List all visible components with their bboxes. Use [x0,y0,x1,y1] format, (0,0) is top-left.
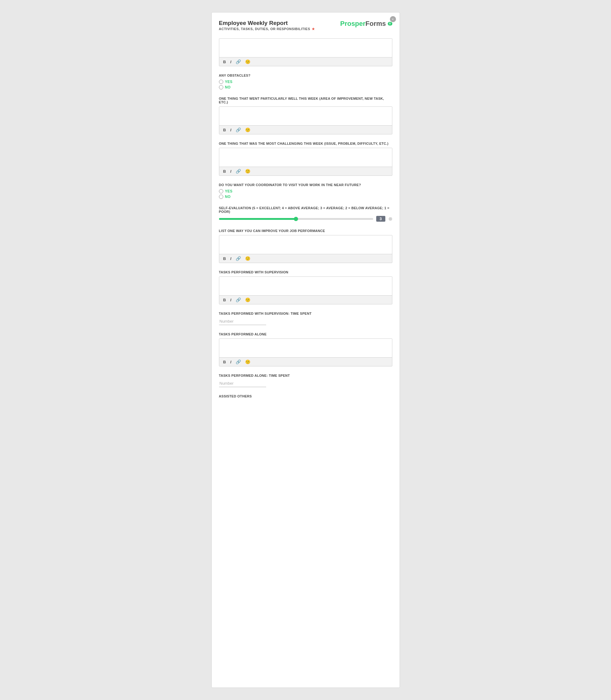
tasks-alone-textarea[interactable] [219,339,392,357]
tasks-supervised-textarea[interactable] [219,277,392,295]
coordinator-no-radio[interactable] [219,195,223,199]
tasks-alone-time-input[interactable] [219,380,266,387]
tasks-alone-time-label: TASKS PERFORMED ALONE: TIME SPENT [219,374,392,377]
tasks-alone-editor: B I 🔗 🙂 [219,339,392,367]
obstacles-radio-group: YES NO [219,80,392,89]
activities-field-group: B I 🔗 🙂 [219,38,392,66]
challenging-field-group: ONE THING THAT WAS THE MOST CHALLENGING … [219,142,392,176]
coordinator-radio-group: YES NO [219,189,392,199]
tasks-supervised-link-button[interactable]: 🔗 [235,297,242,302]
tasks-supervised-editor: B I 🔗 🙂 [219,277,392,304]
activities-textarea[interactable] [219,39,392,57]
assisted-others-field-group: ASSISTED OTHERS [219,394,392,398]
self-eval-field-group: SELF-EVALUATION (5 = EXCELLENT; 4 = ABOV… [219,206,392,222]
improve-emoji-button[interactable]: 🙂 [244,256,251,261]
form-container: × Employee Weekly Report ACTIVITIES, TAS… [211,12,400,688]
tasks-alone-toolbar: B I 🔗 🙂 [219,357,392,366]
tasks-supervised-label: TASKS PERFORMED WITH SUPERVISION [219,270,392,274]
logo-badge: ® [388,22,392,26]
went-well-label: ONE THING THAT WENT PARTICULARLY WELL TH… [219,97,392,104]
activities-editor: B I 🔗 🙂 [219,38,392,66]
obstacles-no-radio[interactable] [219,85,223,89]
subtitle-text: ACTIVITIES, TASKS, DUTIES, OR RESPONSIBI… [219,27,310,31]
challenging-bold-button[interactable]: B [222,169,227,174]
coordinator-visit-field-group: DO YOU WANT YOUR COORDINATOR TO VISIT YO… [219,183,392,199]
activities-emoji-button[interactable]: 🙂 [244,59,251,64]
tasks-supervised-italic-button[interactable]: I [229,297,232,302]
challenging-label: ONE THING THAT WAS THE MOST CHALLENGING … [219,142,392,145]
self-eval-label: SELF-EVALUATION (5 = EXCELLENT; 4 = ABOV… [219,206,392,213]
tasks-supervised-time-label: TASKS PERFORMED WITH SUPERVISION: TIME S… [219,312,392,315]
obstacles-no-label: NO [225,85,231,89]
form-header: Employee Weekly Report ACTIVITIES, TASKS… [219,20,392,31]
obstacles-yes-label: YES [225,80,233,84]
tasks-alone-label: TASKS PERFORMED ALONE [219,332,392,336]
went-well-toolbar: B I 🔗 🙂 [219,125,392,134]
tasks-alone-time-field-group: TASKS PERFORMED ALONE: TIME SPENT [219,374,392,387]
activities-toolbar: B I 🔗 🙂 [219,57,392,66]
improve-editor: B I 🔗 🙂 [219,235,392,263]
coordinator-visit-label: DO YOU WANT YOUR COORDINATOR TO VISIT YO… [219,183,392,187]
went-well-bold-button[interactable]: B [222,128,227,133]
tasks-alone-bold-button[interactable]: B [222,359,227,364]
close-button[interactable]: × [390,16,396,22]
tasks-alone-link-button[interactable]: 🔗 [235,359,242,364]
challenging-editor: B I 🔗 🙂 [219,148,392,176]
went-well-emoji-button[interactable]: 🙂 [244,127,251,133]
improve-italic-button[interactable]: I [229,256,232,261]
challenging-toolbar: B I 🔗 🙂 [219,167,392,176]
required-star: ★ [312,27,315,31]
improve-toolbar: B I 🔗 🙂 [219,254,392,263]
coordinator-no-label: NO [225,195,231,199]
logo-area: ProsperForms ® [340,20,392,28]
tasks-supervised-bold-button[interactable]: B [222,297,227,302]
form-title: Employee Weekly Report [219,20,340,27]
obstacles-yes-option[interactable]: YES [219,80,392,84]
obstacles-yes-radio[interactable] [219,80,223,84]
tasks-supervised-time-field-group: TASKS PERFORMED WITH SUPERVISION: TIME S… [219,312,392,325]
coordinator-yes-radio[interactable] [219,189,223,193]
logo-text: ProsperForms [340,20,386,28]
challenging-emoji-button[interactable]: 🙂 [244,168,251,174]
challenging-link-button[interactable]: 🔗 [235,168,242,174]
improve-textarea[interactable] [219,235,392,254]
improve-field-group: LIST ONE WAY YOU CAN IMPROVE YOUR JOB PE… [219,229,392,263]
self-eval-slider-container: 3 ⊗ [219,216,392,222]
tasks-alone-field-group: TASKS PERFORMED ALONE B I 🔗 🙂 [219,332,392,367]
form-title-block: Employee Weekly Report ACTIVITIES, TASKS… [219,20,340,31]
improve-bold-button[interactable]: B [222,256,227,261]
tasks-supervised-field-group: TASKS PERFORMED WITH SUPERVISION B I 🔗 🙂 [219,270,392,304]
improve-link-button[interactable]: 🔗 [235,256,242,261]
tasks-alone-emoji-button[interactable]: 🙂 [244,359,251,364]
form-subtitle: ACTIVITIES, TASKS, DUTIES, OR RESPONSIBI… [219,27,340,31]
self-eval-value: 3 [376,216,385,222]
activities-bold-button[interactable]: B [222,59,227,64]
tasks-supervised-toolbar: B I 🔗 🙂 [219,295,392,304]
tasks-supervised-time-input[interactable] [219,318,266,325]
tasks-supervised-emoji-button[interactable]: 🙂 [244,297,251,302]
obstacles-label: ANY OBSTACLES? [219,74,392,77]
challenging-textarea[interactable] [219,148,392,167]
activities-link-button[interactable]: 🔗 [235,59,242,64]
obstacles-no-option[interactable]: NO [219,85,392,89]
tasks-alone-italic-button[interactable]: I [229,359,232,364]
went-well-textarea[interactable] [219,107,392,125]
coordinator-yes-option[interactable]: YES [219,189,392,193]
assisted-others-label: ASSISTED OTHERS [219,394,392,398]
went-well-field-group: ONE THING THAT WENT PARTICULARLY WELL TH… [219,97,392,134]
went-well-editor: B I 🔗 🙂 [219,106,392,134]
logo-forms: Forms [366,20,386,27]
activities-italic-button[interactable]: I [229,59,232,64]
went-well-italic-button[interactable]: I [229,128,232,133]
challenging-italic-button[interactable]: I [229,169,232,174]
logo-prosper: Prosper [340,20,365,27]
improve-label: LIST ONE WAY YOU CAN IMPROVE YOUR JOB PE… [219,229,392,233]
obstacles-field-group: ANY OBSTACLES? YES NO [219,74,392,89]
self-eval-clear-button[interactable]: ⊗ [388,216,392,222]
coordinator-no-option[interactable]: NO [219,195,392,199]
coordinator-yes-label: YES [225,189,233,193]
went-well-link-button[interactable]: 🔗 [235,127,242,133]
self-eval-slider[interactable] [219,218,373,220]
